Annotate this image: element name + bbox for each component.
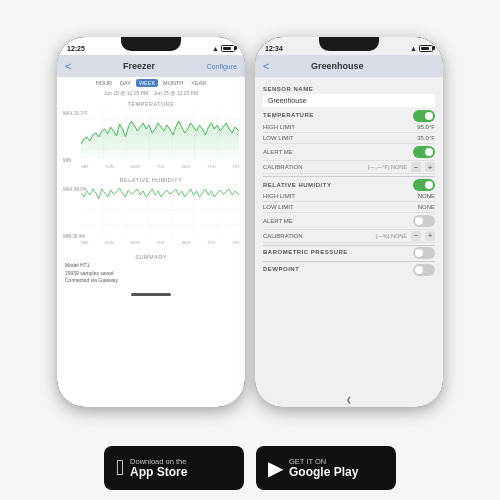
- hum-low-limit-label: LOW LIMIT: [263, 204, 294, 210]
- main-container: 12:25 ▲ < Freezer Configure H: [0, 0, 500, 500]
- hum-calibration-minus-button[interactable]: −: [411, 231, 421, 241]
- temperature-config-label: TEMPERATURE: [263, 112, 314, 118]
- right-status-icons: ▲: [410, 45, 433, 52]
- high-limit-value[interactable]: 95.0°F: [417, 124, 435, 130]
- temp-min-label: MIN: [63, 158, 71, 163]
- left-nav-bar: < Freezer Configure: [57, 55, 245, 77]
- right-phone-screen: 12:34 ▲ < Greenhouse: [255, 37, 443, 407]
- x-label-wed: WED: [181, 164, 190, 169]
- hum-alert-me-label: ALERT ME: [263, 218, 293, 224]
- right-back-button[interactable]: <: [263, 60, 269, 72]
- left-phone-screen: 12:25 ▲ < Freezer Configure H: [57, 37, 245, 407]
- alert-me-toggle[interactable]: [413, 146, 435, 158]
- right-bottom-nav: ❮: [255, 393, 443, 407]
- hum-x-labels: SAT SUN MON TUE WED THU FRI: [63, 240, 239, 245]
- filter-row: HOUR DAY WEEK MONTH YEAR: [57, 77, 245, 89]
- x-label-mon: MON: [131, 164, 140, 169]
- summary-section: SUMMARY Model HT1 29939 samples saved Co…: [59, 251, 243, 288]
- hum-calibration-value: (—%) NONE: [376, 233, 407, 239]
- filter-month[interactable]: MONTH: [160, 79, 186, 87]
- right-battery-fill: [421, 47, 429, 50]
- battery-fill: [223, 47, 231, 50]
- date-range: Jun 18 @ 12:25 PM Jun 25 @ 12:25 PM: [57, 89, 245, 97]
- summary-line-3: Connected via Gateway: [65, 277, 237, 285]
- google-play-icon: ▶: [268, 458, 283, 478]
- left-status-right: ▲: [212, 45, 235, 52]
- temp-chart-svg: [81, 109, 239, 159]
- humidity-config-label: RELATIVE HUMIDITY: [263, 182, 331, 188]
- temp-max-label: MAX 26.3°F: [63, 111, 87, 116]
- battery-icon: [221, 45, 235, 52]
- humidity-chart-section: RELATIVE HUMIDITY MAX 98.0% MIN 38.4%: [59, 175, 243, 247]
- low-limit-row: LOW LIMIT 35.0°F: [263, 133, 435, 144]
- temperature-toggle[interactable]: [413, 110, 435, 122]
- hum-min-label: MIN 38.4%: [63, 234, 85, 239]
- baro-config-label: BAROMETRIC PRESSURE: [263, 249, 348, 255]
- low-limit-value[interactable]: 35.0°F: [417, 135, 435, 141]
- dewpoint-toggle[interactable]: [413, 264, 435, 276]
- right-nav-title: Greenhouse: [311, 61, 364, 71]
- humidity-chart-title: RELATIVE HUMIDITY: [63, 177, 239, 183]
- temp-chart-title: TEMPERATURE: [63, 101, 239, 107]
- calibration-plus-button[interactable]: +: [425, 162, 435, 172]
- appstore-badge[interactable]:  Download on the App Store: [104, 446, 244, 490]
- divider-1: [263, 176, 435, 177]
- alert-me-row: ALERT ME: [263, 144, 435, 161]
- left-configure-button[interactable]: Configure: [207, 63, 237, 70]
- hum-calibration-plus-button[interactable]: +: [425, 231, 435, 241]
- date-start: Jun 18 @ 12:25 PM: [104, 90, 148, 96]
- dewpoint-config-label: DEWPOINT: [263, 266, 299, 272]
- humidity-chart-svg: [81, 185, 239, 235]
- humidity-toggle[interactable]: [413, 179, 435, 191]
- x-label-tue: TUE: [157, 164, 165, 169]
- calibration-value: (—,—°F) NONE: [368, 164, 407, 170]
- filter-day[interactable]: DAY: [117, 79, 134, 87]
- left-nav-title: Freezer: [123, 61, 155, 71]
- left-home-indicator: [131, 293, 171, 296]
- googleplay-badge[interactable]: ▶ GET IT ON Google Play: [256, 446, 396, 490]
- calibration-label: CALIBRATION: [263, 164, 303, 170]
- summary-line-1: Model HT1: [65, 262, 237, 270]
- left-phone-notch: [121, 37, 181, 51]
- left-status-time: 12:25: [67, 45, 85, 52]
- humidity-chart-area: MAX 98.0% MIN 38.4%: [63, 185, 239, 245]
- filter-week[interactable]: WEEK: [136, 79, 158, 87]
- left-back-button[interactable]: <: [65, 60, 71, 72]
- right-battery-icon: [419, 45, 433, 52]
- config-section: SENSOR NAME Greenhouse TEMPERATURE HIGH …: [255, 77, 443, 393]
- low-limit-label: LOW LIMIT: [263, 135, 294, 141]
- phone-left: 12:25 ▲ < Freezer Configure H: [57, 37, 245, 407]
- right-phone-notch: [319, 37, 379, 51]
- right-status-time: 12:34: [265, 45, 283, 52]
- divider-3: [263, 261, 435, 262]
- appstore-badge-text: Download on the App Store: [130, 457, 187, 479]
- filter-year[interactable]: YEAR: [188, 79, 209, 87]
- hum-alert-me-row: ALERT ME: [263, 213, 435, 230]
- x-label-sun: SUN: [105, 164, 113, 169]
- calibration-minus-button[interactable]: −: [411, 162, 421, 172]
- summary-text: Model HT1 29939 samples saved Connected …: [65, 262, 237, 285]
- x-label-thu: THU: [208, 164, 216, 169]
- filter-hour[interactable]: HOUR: [93, 79, 115, 87]
- hum-max-label: MAX 98.0%: [63, 187, 87, 192]
- hum-calibration-label: CALIBRATION: [263, 233, 303, 239]
- hum-alert-me-toggle[interactable]: [413, 215, 435, 227]
- sensor-name-input[interactable]: Greenhouse: [263, 94, 435, 107]
- hum-low-limit-row: LOW LIMIT NONE: [263, 202, 435, 213]
- phones-row: 12:25 ▲ < Freezer Configure H: [10, 8, 490, 436]
- divider-2: [263, 245, 435, 246]
- alert-me-label: ALERT ME: [263, 149, 293, 155]
- sensor-name-label: SENSOR NAME: [263, 86, 435, 92]
- calibration-controls: (—,—°F) NONE − +: [368, 162, 435, 172]
- hum-high-limit-value[interactable]: NONE: [418, 193, 435, 199]
- summary-line-2: 29939 samples saved: [65, 270, 237, 278]
- right-nav-bar: < Greenhouse: [255, 55, 443, 77]
- right-home-chevron: ❮: [346, 396, 352, 404]
- high-limit-label: HIGH LIMIT: [263, 124, 295, 130]
- baro-toggle[interactable]: [413, 247, 435, 259]
- temperature-chart-section: TEMPERATURE MAX 26.3°F MIN: [59, 99, 243, 171]
- hum-low-limit-value[interactable]: NONE: [418, 204, 435, 210]
- right-wifi-icon: ▲: [410, 45, 417, 52]
- phone-right: 12:34 ▲ < Greenhouse: [255, 37, 443, 407]
- summary-title: SUMMARY: [65, 254, 237, 260]
